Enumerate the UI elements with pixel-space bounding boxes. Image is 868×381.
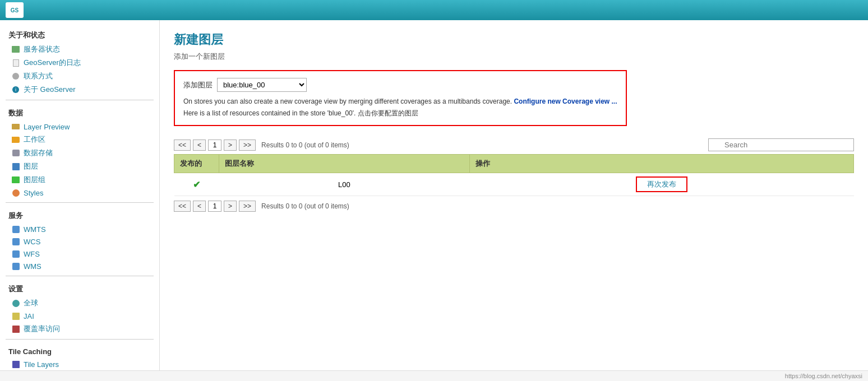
bottom-url: https://blog.csdn.net/chyaxsi (785, 373, 862, 379)
sidebar-item-wmts[interactable]: WMTS (0, 223, 159, 235)
preview-icon (11, 122, 20, 131)
page-subtitle: 添加一个新图层 (174, 52, 854, 62)
sidebar-item-wfs[interactable]: WFS (0, 248, 159, 260)
divider-1 (6, 100, 154, 100)
pagination-bottom: << < 1 > >> Results 0 to 0 (out of 0 ite… (174, 201, 854, 212)
sidebar-item-workspace[interactable]: 工作区 (0, 133, 159, 146)
sidebar-label-global: 全球 (24, 298, 38, 308)
sidebar-item-about[interactable]: i 关于 GeoServer (0, 83, 159, 96)
col-header-action: 操作 (469, 155, 853, 173)
sidebar-item-geoserver-log[interactable]: GeoServer的日志 (0, 56, 159, 69)
col-header-published: 发布的 (174, 155, 219, 173)
table-body: ✔ L00 再次发布 (174, 173, 854, 196)
sidebar-label-styles: Styles (24, 189, 43, 197)
doc-icon (11, 58, 20, 67)
styles-icon (11, 188, 20, 197)
bottom-bar: https://blog.csdn.net/chyaxsi (0, 370, 868, 381)
sidebar-label-layergroups: 图层组 (24, 175, 45, 185)
republish-button[interactable]: 再次发布 (636, 176, 687, 192)
info-text-line1: On stores you can also create a new cove… (183, 96, 617, 106)
sidebar-label-wfs: WFS (24, 250, 40, 258)
results-text-bottom: Results 0 to 0 (out of 0 items) (261, 202, 349, 210)
tilecaching-icon (11, 360, 20, 369)
sidebar-label-tile-layers: Tile Layers (24, 360, 59, 369)
sidebar-label-coverage-access: 覆盖率访问 (24, 324, 60, 334)
sidebar-item-styles[interactable]: Styles (0, 187, 159, 199)
data-table: 发布的 图层名称 操作 ✔ L00 再次发布 (174, 154, 854, 196)
add-layer-label: 添加图层 (183, 80, 213, 90)
sidebar-label-wms: WMS (24, 262, 41, 271)
sidebar-label-jai: JAI (24, 312, 34, 320)
divider-4 (6, 339, 154, 340)
sidebar-section-data: 数据 (0, 104, 159, 120)
content-area: 新建图层 添加一个新图层 添加图层 blue:blue_00 On stores… (160, 20, 868, 370)
pagination-top: << < 1 > >> Results 0 to 0 (out of 0 ite… (174, 138, 854, 151)
contact-icon (11, 72, 20, 81)
sidebar-section-services: 服务 (0, 206, 159, 223)
page-prev-btn-bottom[interactable]: < (193, 201, 206, 212)
store-select[interactable]: blue:blue_00 (217, 78, 307, 92)
add-layer-box: 添加图层 blue:blue_00 On stores you can also… (174, 70, 627, 126)
sidebar-item-layer-preview[interactable]: Layer Preview (0, 120, 159, 133)
page-next-btn-bottom[interactable]: > (224, 201, 237, 212)
folder-icon (11, 135, 20, 144)
sidebar-item-layers[interactable]: 图层 (0, 160, 159, 173)
wcs-icon (11, 237, 20, 246)
sidebar-item-tile-layers[interactable]: Tile Layers (0, 358, 159, 370)
cell-action: 再次发布 (469, 173, 853, 196)
sidebar-label-layers: 图层 (24, 161, 38, 171)
coverage-icon (11, 324, 20, 333)
page-title: 新建图层 (174, 31, 854, 48)
page-number: 1 (208, 140, 221, 151)
search-container: 🔍 (708, 138, 854, 151)
sidebar-item-jai[interactable]: JAI (0, 310, 159, 322)
table-header: 发布的 图层名称 操作 (174, 155, 854, 173)
sidebar-item-global[interactable]: 全球 (0, 296, 159, 310)
globe-icon (11, 299, 20, 308)
search-input[interactable] (708, 138, 854, 151)
page-first-btn[interactable]: << (174, 140, 191, 151)
wfs-icon (11, 249, 20, 258)
divider-2 (6, 202, 154, 203)
sidebar-item-datastore[interactable]: 数据存储 (0, 146, 159, 160)
sidebar-label-geoserver-log: GeoServer的日志 (24, 58, 81, 68)
top-bar: GS (0, 0, 868, 20)
page-next-btn[interactable]: > (224, 140, 237, 151)
sidebar: 关于和状态 服务器状态 GeoServer的日志 联系方式 i 关于 GeoSe… (0, 20, 160, 370)
cell-published: ✔ (174, 173, 219, 196)
main-layout: 关于和状态 服务器状态 GeoServer的日志 联系方式 i 关于 GeoSe… (0, 20, 868, 370)
sidebar-item-wms[interactable]: WMS (0, 260, 159, 272)
info-text-line2: Here is a list of resources contained in… (183, 108, 617, 118)
server-icon (11, 45, 20, 54)
wms-icon (11, 262, 20, 271)
db-icon (11, 148, 20, 157)
sidebar-label-datastore: 数据存储 (24, 148, 53, 158)
about-icon: i (11, 85, 20, 94)
page-last-btn[interactable]: >> (239, 140, 256, 151)
page-prev-btn[interactable]: < (193, 140, 206, 151)
sidebar-item-server-status[interactable]: 服务器状态 (0, 43, 159, 56)
cell-layer-name: L00 (219, 173, 470, 196)
sidebar-item-coverage-access[interactable]: 覆盖率访问 (0, 322, 159, 336)
sidebar-section-tilecaching: Tile Caching (0, 343, 159, 358)
page-last-btn-bottom[interactable]: >> (239, 201, 256, 212)
page-first-btn-bottom[interactable]: << (174, 201, 191, 212)
page-number-bottom: 1 (208, 201, 221, 212)
layer-icon (11, 162, 20, 171)
layergroup-icon (11, 175, 20, 184)
sidebar-label-contact: 联系方式 (24, 71, 53, 81)
sidebar-label-wmts: WMTS (24, 225, 46, 234)
configure-coverage-link[interactable]: Configure new Coverage view ... (514, 97, 617, 105)
sidebar-item-layergroups[interactable]: 图层组 (0, 173, 159, 187)
logo: GS (6, 2, 24, 18)
sidebar-item-contact[interactable]: 联系方式 (0, 69, 159, 83)
sidebar-section-settings: 设置 (0, 280, 159, 296)
divider-3 (6, 276, 154, 276)
results-text-top: Results 0 to 0 (out of 0 items) (261, 141, 349, 149)
sidebar-item-wcs[interactable]: WCS (0, 235, 159, 248)
wmts-icon (11, 225, 20, 234)
sidebar-label-server-status: 服务器状态 (24, 44, 60, 54)
sidebar-label-wcs: WCS (24, 238, 40, 246)
check-icon: ✔ (193, 180, 200, 189)
sidebar-label-layer-preview: Layer Preview (24, 123, 70, 131)
